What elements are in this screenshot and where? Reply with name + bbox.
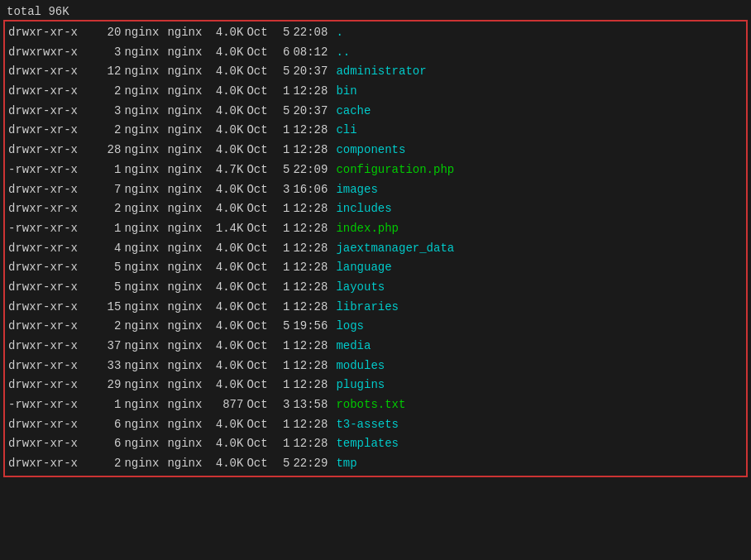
file-row: drwxr-xr-x 5 nginx nginx 4.0K Oct 1 12:2… <box>8 278 743 298</box>
file-name: templates <box>336 435 399 453</box>
file-month: Oct <box>246 337 273 356</box>
file-month: Oct <box>246 200 273 218</box>
file-links: 1 <box>98 161 121 179</box>
file-month: Oct <box>246 357 273 376</box>
file-name: . <box>336 24 342 42</box>
file-links: 1 <box>98 220 121 238</box>
file-month: Oct <box>246 181 273 199</box>
file-permissions: -rwxr-xr-x <box>8 396 91 414</box>
file-size: 4.0K <box>210 376 243 395</box>
file-permissions: drwxr-xr-x <box>8 318 91 336</box>
file-day: 5 <box>273 24 289 42</box>
file-links: 2 <box>98 200 121 218</box>
file-day: 1 <box>273 259 289 277</box>
file-time: 12:28 <box>293 357 336 376</box>
file-month: Oct <box>246 24 273 42</box>
file-size: 1.4K <box>210 220 243 238</box>
file-row: drwxr-xr-x 7 nginx nginx 4.0K Oct 3 16:0… <box>8 180 743 200</box>
file-permissions: -rwxr-xr-x <box>8 220 91 238</box>
file-links: 28 <box>98 141 121 160</box>
file-name: images <box>336 181 377 199</box>
file-time: 12:28 <box>293 122 336 140</box>
file-links: 1 <box>98 396 121 414</box>
file-links: 12 <box>98 63 121 81</box>
file-links: 2 <box>98 455 121 473</box>
file-permissions: drwxr-xr-x <box>8 299 91 317</box>
file-owner: nginx <box>124 83 167 101</box>
file-time: 22:09 <box>293 161 336 179</box>
file-day: 5 <box>273 63 289 81</box>
file-day: 1 <box>273 83 289 101</box>
file-name: configuration.php <box>336 161 454 179</box>
file-row: drwxr-xr-x 4 nginx nginx 4.0K Oct 1 12:2… <box>8 239 743 259</box>
file-group: nginx <box>167 161 210 179</box>
file-row: drwxr-xr-x 28 nginx nginx 4.0K Oct 1 12:… <box>8 141 743 160</box>
file-time: 19:56 <box>293 318 336 336</box>
file-size: 4.0K <box>210 181 243 199</box>
file-day: 1 <box>273 141 289 160</box>
file-name: components <box>336 141 405 160</box>
file-owner: nginx <box>124 161 167 179</box>
file-group: nginx <box>167 376 210 395</box>
file-size: 4.0K <box>210 337 243 356</box>
file-permissions: drwxr-xr-x <box>8 63 91 81</box>
file-permissions: drwxr-xr-x <box>8 181 91 199</box>
file-row: drwxr-xr-x 12 nginx nginx 4.0K Oct 5 20:… <box>8 62 743 82</box>
file-day: 1 <box>273 299 289 317</box>
file-time: 12:28 <box>293 376 336 395</box>
file-day: 1 <box>273 240 289 258</box>
file-name: language <box>336 259 391 277</box>
file-size: 4.0K <box>210 318 243 336</box>
file-group: nginx <box>167 259 210 277</box>
file-size: 4.0K <box>210 200 243 218</box>
file-owner: nginx <box>124 279 167 297</box>
file-name: modules <box>336 357 385 376</box>
file-day: 1 <box>273 279 289 297</box>
file-links: 2 <box>98 122 121 140</box>
file-group: nginx <box>167 181 210 199</box>
file-month: Oct <box>246 259 273 277</box>
file-row: drwxr-xr-x 6 nginx nginx 4.0K Oct 1 12:2… <box>8 415 743 435</box>
file-links: 4 <box>98 240 121 258</box>
file-permissions: drwxr-xr-x <box>8 357 91 376</box>
file-permissions: drwxr-xr-x <box>8 416 91 434</box>
file-owner: nginx <box>124 435 167 453</box>
file-permissions: drwxr-xr-x <box>8 259 91 277</box>
file-group: nginx <box>167 63 210 81</box>
file-permissions: drwxrwxr-x <box>8 44 91 62</box>
file-links: 2 <box>98 83 121 101</box>
file-size: 4.0K <box>210 279 243 297</box>
file-month: Oct <box>246 141 273 160</box>
file-month: Oct <box>246 396 273 414</box>
file-group: nginx <box>167 279 210 297</box>
file-time: 22:29 <box>293 455 336 473</box>
file-owner: nginx <box>124 337 167 356</box>
file-day: 1 <box>273 435 289 453</box>
file-group: nginx <box>167 103 210 121</box>
file-name: bin <box>336 83 356 101</box>
file-name: robots.txt <box>336 396 405 414</box>
file-time: 12:28 <box>293 435 336 453</box>
file-name: .. <box>336 44 350 62</box>
file-size: 4.0K <box>210 455 243 473</box>
file-time: 12:28 <box>293 83 336 101</box>
file-day: 1 <box>273 416 289 434</box>
file-row: drwxr-xr-x 15 nginx nginx 4.0K Oct 1 12:… <box>8 298 743 318</box>
file-size: 4.7K <box>210 161 243 179</box>
file-owner: nginx <box>124 455 167 473</box>
file-time: 12:28 <box>293 337 336 356</box>
file-group: nginx <box>167 318 210 336</box>
file-list: drwxr-xr-x 20 nginx nginx 4.0K Oct 5 22:… <box>3 20 748 477</box>
file-owner: nginx <box>124 24 167 42</box>
file-size: 4.0K <box>210 24 243 42</box>
file-permissions: drwxr-xr-x <box>8 279 91 297</box>
file-links: 6 <box>98 416 121 434</box>
file-links: 29 <box>98 376 121 395</box>
file-name: jaextmanager_data <box>336 240 454 258</box>
file-group: nginx <box>167 24 210 42</box>
file-month: Oct <box>246 44 273 62</box>
file-links: 3 <box>98 44 121 62</box>
file-name: includes <box>336 200 391 218</box>
file-owner: nginx <box>124 416 167 434</box>
file-month: Oct <box>246 83 273 101</box>
